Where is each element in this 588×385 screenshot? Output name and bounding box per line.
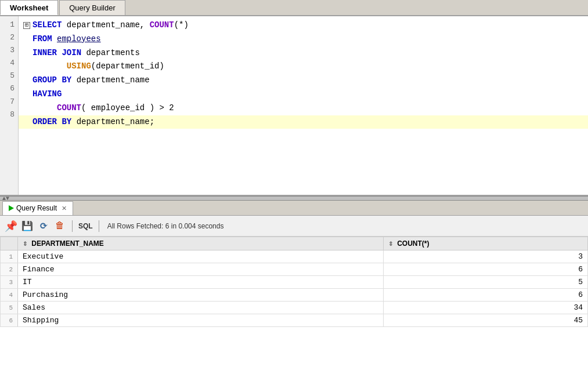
result-table-container[interactable]: ⇕ DEPARTMENT_NAME ⇕ COUNT(*) 1 Executive… <box>0 237 588 385</box>
kw-select: SELECT <box>33 19 62 32</box>
table-row: 2 Finance 6 <box>1 263 588 276</box>
dept-cell: Finance <box>18 263 384 276</box>
table-row: 5 Sales 34 <box>1 302 588 314</box>
count-cell: 6 <box>383 263 587 276</box>
sql-label: SQL <box>78 222 93 230</box>
count-cell: 6 <box>383 289 587 302</box>
row-num-cell: 3 <box>1 276 18 289</box>
count-cell: 5 <box>383 276 587 289</box>
table-header-row: ⇕ DEPARTMENT_NAME ⇕ COUNT(*) <box>1 237 588 250</box>
result-table-body: 1 Executive 3 2 Finance 6 3 IT 5 4 Purch… <box>1 250 588 327</box>
result-tab-close[interactable]: ✕ <box>62 205 67 212</box>
tab-query-builder[interactable]: Query Builder <box>59 0 125 15</box>
code-content[interactable]: ⊞SELECT department_name, COUNT(*) FROM e… <box>19 16 588 195</box>
resize-handle[interactable]: ▲▼ <box>0 196 588 201</box>
count-cell: 45 <box>383 314 587 327</box>
collapse-icon[interactable]: ⊞ <box>23 22 30 29</box>
code-line-3: INNER JOIN departments <box>19 46 588 60</box>
code-line-1: ⊞SELECT department_name, COUNT(*) <box>19 19 588 32</box>
refresh-button[interactable]: ⟳ <box>37 220 50 233</box>
editor-area[interactable]: 1 2 3 4 5 6 7 8 ⊞SELECT department_name,… <box>0 16 588 196</box>
dept-cell: Shipping <box>18 314 384 327</box>
code-line-5: GROUP BY department_name <box>19 74 588 88</box>
line-numbers: 1 2 3 4 5 6 7 8 <box>0 16 19 195</box>
col-count-label: COUNT(*) <box>397 239 429 248</box>
row-num-cell: 1 <box>1 250 18 263</box>
table-row: 4 Purchasing 6 <box>1 289 588 302</box>
toolbar-separator-2 <box>99 220 99 232</box>
dept-cell: IT <box>18 276 384 289</box>
col-dept-label: DEPARTMENT_NAME <box>31 239 103 248</box>
tab-worksheet[interactable]: Worksheet <box>0 0 58 15</box>
result-toolbar: 📌 💾 ⟳ 🗑 SQL All Rows Fetched: 6 in 0.004… <box>0 216 588 237</box>
dept-cell: Executive <box>18 250 384 263</box>
pin-icon: 📌 <box>5 220 17 233</box>
row-num-cell: 2 <box>1 263 18 276</box>
sort-icon-dept: ⇕ <box>23 241 27 247</box>
result-status-text: All Rows Fetched: 6 in 0.004 seconds <box>107 222 224 230</box>
code-line-7: COUNT( employee_id ) > 2 <box>19 101 588 115</box>
dept-cell: Purchasing <box>18 289 384 302</box>
col-dept-header[interactable]: ⇕ DEPARTMENT_NAME <box>18 237 384 250</box>
col-rownum-header <box>1 237 18 250</box>
code-line-4: USING(department_id) <box>19 60 588 74</box>
save-button[interactable]: 💾 <box>21 220 34 233</box>
sort-icon-count: ⇕ <box>388 241 393 247</box>
table-row: 1 Executive 3 <box>1 250 588 263</box>
row-num-cell: 5 <box>1 302 18 314</box>
disk-icon: 💾 <box>21 220 33 232</box>
code-editor: 1 2 3 4 5 6 7 8 ⊞SELECT department_name,… <box>0 16 588 195</box>
dept-cell: Sales <box>18 302 384 314</box>
row-num-cell: 6 <box>1 314 18 327</box>
row-num-cell: 4 <box>1 289 18 302</box>
code-line-2: FROM employees <box>19 32 588 46</box>
delete-icon: 🗑 <box>55 220 64 231</box>
col-count-header[interactable]: ⇕ COUNT(*) <box>383 237 587 250</box>
pin-button[interactable]: 📌 <box>5 220 17 233</box>
tab-query-builder-label: Query Builder <box>69 3 115 12</box>
play-icon <box>9 205 14 211</box>
table-row: 6 Shipping 45 <box>1 314 588 327</box>
code-line-8: ORDER BY department_name; <box>19 115 588 129</box>
tab-bar: Worksheet Query Builder <box>0 0 588 16</box>
toolbar-separator <box>72 220 73 232</box>
result-tab[interactable]: Query Result ✕ <box>2 201 73 215</box>
code-line-6: HAVING <box>19 88 588 101</box>
result-table: ⇕ DEPARTMENT_NAME ⇕ COUNT(*) 1 Executive… <box>0 237 588 327</box>
count-cell: 3 <box>383 250 587 263</box>
refresh-icon: ⟳ <box>39 220 47 231</box>
result-tab-bar: Query Result ✕ <box>0 201 588 216</box>
table-row: 3 IT 5 <box>1 276 588 289</box>
result-tab-label: Query Result <box>16 204 57 212</box>
delete-button[interactable]: 🗑 <box>53 220 66 233</box>
count-cell: 34 <box>383 302 587 314</box>
result-panel: Query Result ✕ 📌 💾 ⟳ 🗑 SQL All Rows Fetc… <box>0 201 588 385</box>
tab-worksheet-label: Worksheet <box>10 3 48 12</box>
